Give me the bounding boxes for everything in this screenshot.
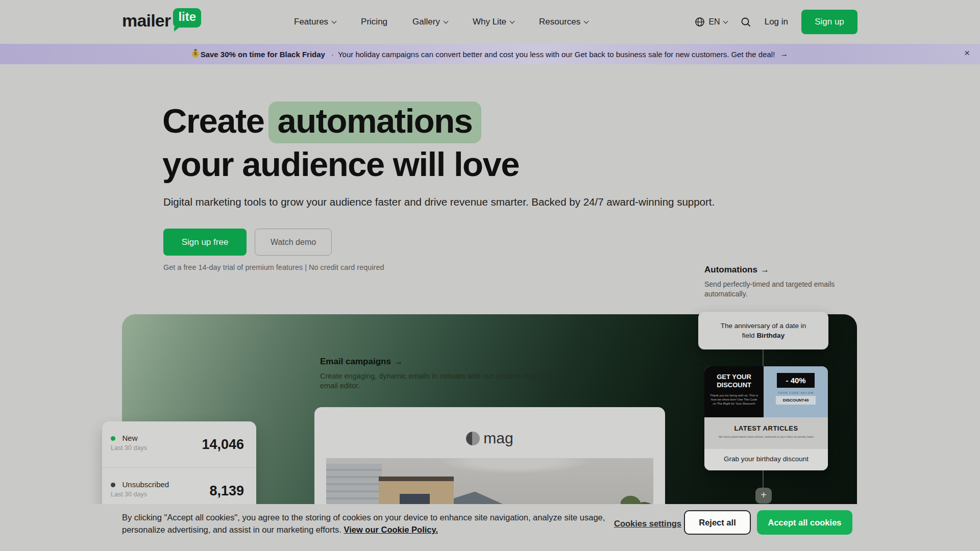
banner-close-icon[interactable]: × — [964, 47, 970, 59]
trigger-field-name: Birthday — [756, 332, 785, 339]
stat-value: 14,046 — [202, 437, 244, 453]
articles-subtitle: We hand picked latest news articles, del… — [704, 435, 828, 438]
newsletter-brand: mag — [314, 407, 665, 447]
workflow-connector — [763, 349, 764, 366]
language-selector[interactable]: EN — [695, 17, 727, 27]
arrow-right-icon: → — [761, 265, 769, 274]
hero-subtitle: Digital marketing tools to grow your aud… — [163, 196, 715, 208]
money-bag-icon — [192, 51, 199, 58]
automation-email-step-card: GET YOUR DISCOUNT Thank you for being wi… — [704, 366, 828, 470]
articles-title: LATEST ARTICLES — [704, 417, 828, 432]
watch-demo-button[interactable]: Watch demo — [255, 229, 332, 256]
moon-logo-icon — [466, 432, 480, 445]
email-thumbnail: GET YOUR DISCOUNT Thank you for being wi… — [704, 366, 828, 417]
header-right: EN Log in Sign up — [695, 0, 857, 44]
cookie-policy-link[interactable]: View our Cookie Policy. — [344, 525, 438, 534]
email-thumb-right: - 40% YOUR CODE BELOW DISCOUNT40 — [764, 366, 828, 417]
banner-separator: · — [331, 50, 334, 59]
trial-note: Get a free 14-day trial of premium featu… — [163, 263, 384, 271]
chevron-down-icon — [443, 18, 448, 23]
header: mailer lite Features Pricing Gallery Why… — [0, 0, 980, 44]
main-nav: Features Pricing Gallery Why Lite Resour… — [294, 0, 588, 44]
latest-articles-section: LATEST ARTICLES We hand picked latest ne… — [704, 417, 828, 449]
banner-text: Your holiday campaigns can convert bette… — [338, 50, 729, 59]
workflow-connector — [763, 470, 764, 488]
arrow-right-icon: → — [780, 49, 788, 59]
chevron-down-icon — [584, 18, 589, 23]
new-dot-icon — [111, 436, 115, 441]
search-button[interactable] — [741, 17, 751, 28]
arrow-right-icon: → — [394, 357, 403, 366]
discount-code: DISCOUNT40 — [776, 396, 816, 405]
nav-item-features[interactable]: Features — [294, 17, 336, 27]
chevron-down-icon — [510, 18, 515, 23]
cookies-settings-link[interactable]: Cookies settings — [614, 519, 681, 529]
nav-item-why-lite[interactable]: Why Lite — [473, 17, 514, 27]
stat-row-new: New Last 30 days 14,046 — [102, 421, 256, 467]
stat-label: New — [122, 434, 137, 442]
plus-icon: + — [761, 489, 767, 500]
nav-item-resources[interactable]: Resources — [539, 17, 588, 27]
discount-percentage: - 40% — [777, 373, 815, 388]
stat-value: 8,139 — [209, 483, 244, 499]
email-campaigns-link[interactable]: Email campaigns→ — [320, 357, 585, 367]
unsubscribed-dot-icon — [111, 483, 115, 487]
promo-banner: Save 30% on time for Black Friday · Your… — [0, 44, 980, 64]
nav-item-pricing[interactable]: Pricing — [361, 17, 387, 27]
log-in-link[interactable]: Log in — [765, 17, 788, 27]
cookie-consent-bar: By clicking "Accept all cookies", you ag… — [0, 504, 980, 551]
discount-body: Thank you for being with us. This is how… — [709, 393, 759, 406]
automations-link[interactable]: Automations→ — [704, 265, 837, 275]
automations-blurb: Automations→ Send perfectly-timed and ta… — [704, 265, 837, 299]
globe-icon — [695, 17, 705, 27]
email-thumb-left: GET YOUR DISCOUNT Thank you for being wi… — [704, 366, 764, 417]
language-code: EN — [708, 17, 720, 27]
reject-all-button[interactable]: Reject all — [684, 510, 751, 535]
chevron-down-icon — [332, 18, 337, 23]
mailerlite-logo[interactable]: mailer lite — [122, 10, 201, 31]
logo-lite-bubble-icon: lite — [173, 8, 201, 28]
nav-item-gallery[interactable]: Gallery — [412, 17, 448, 27]
email-campaigns-blurb: Email campaigns→ Create engaging, dynami… — [320, 357, 585, 391]
chevron-down-icon — [723, 18, 728, 23]
highlighted-word: automations — [268, 102, 482, 143]
brand-name: mag — [483, 430, 513, 447]
automation-trigger-card: The anniversary of a date in field Birth… — [698, 312, 828, 349]
email-campaigns-description: Create engaging, dynamic emails in minut… — [320, 371, 578, 391]
accept-all-cookies-button[interactable]: Accept all cookies — [757, 510, 852, 535]
sign-up-button[interactable]: Sign up — [801, 10, 857, 34]
search-icon — [741, 17, 751, 28]
sign-up-free-button[interactable]: Sign up free — [163, 229, 247, 256]
banner-bold-text: Save 30% on time for Black Friday — [201, 50, 325, 59]
cookie-text: By clicking "Accept all cookies", you ag… — [122, 511, 605, 536]
stat-label: Unsubscribed — [122, 480, 169, 489]
add-step-button: + — [755, 488, 772, 504]
code-label: YOUR CODE BELOW — [764, 391, 828, 394]
page-title: Createautomations your audience will lov… — [162, 100, 519, 185]
logo-text: mailer — [122, 10, 170, 31]
step-label: Grab your birthday discount — [704, 449, 828, 470]
banner-deal-link[interactable]: Get the deal! — [731, 50, 775, 59]
discount-title: GET YOUR DISCOUNT — [704, 373, 764, 389]
automations-description: Send perfectly-timed and targeted emails… — [704, 280, 837, 299]
